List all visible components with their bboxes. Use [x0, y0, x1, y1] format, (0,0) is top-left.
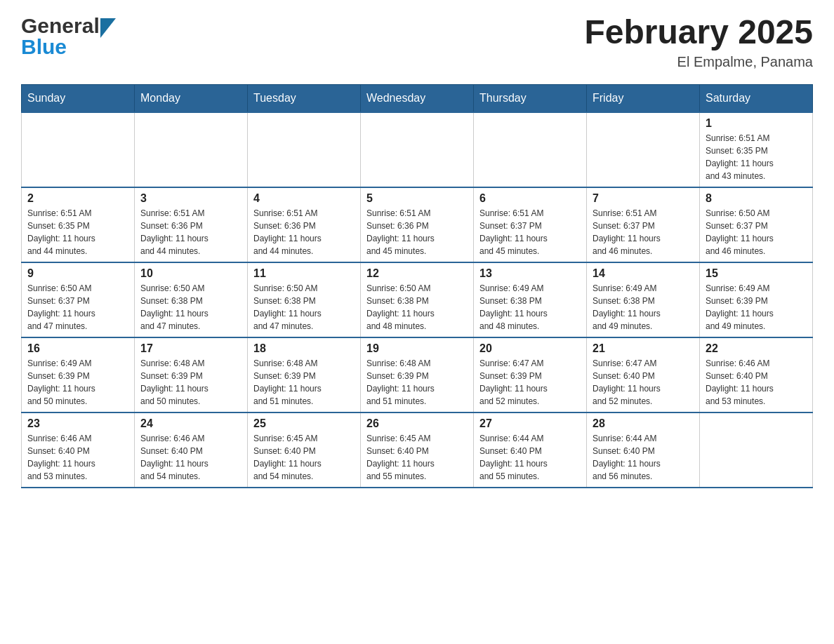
day-info: Sunrise: 6:50 AM Sunset: 6:37 PM Dayligh… — [706, 207, 807, 257]
calendar-day-cell: 20Sunrise: 6:47 AM Sunset: 6:39 PM Dayli… — [474, 337, 587, 412]
day-number: 2 — [27, 192, 128, 205]
logo: General Blue — [21, 14, 116, 58]
day-info: Sunrise: 6:45 AM Sunset: 6:40 PM Dayligh… — [253, 432, 355, 483]
day-number: 27 — [479, 417, 581, 430]
svg-marker-0 — [100, 18, 116, 38]
calendar-main-title: February 2025 — [584, 14, 813, 51]
day-info: Sunrise: 6:45 AM Sunset: 6:40 PM Dayligh… — [366, 432, 468, 483]
calendar-day-cell: 27Sunrise: 6:44 AM Sunset: 6:40 PM Dayli… — [474, 412, 587, 488]
day-of-week-header: Tuesday — [248, 84, 361, 112]
calendar-week-row: 23Sunrise: 6:46 AM Sunset: 6:40 PM Dayli… — [22, 412, 813, 488]
day-number: 28 — [593, 417, 694, 430]
day-info: Sunrise: 6:49 AM Sunset: 6:38 PM Dayligh… — [593, 282, 694, 333]
day-number: 13 — [479, 267, 581, 280]
page-header: General Blue February 2025 El Empalme, P… — [21, 14, 813, 70]
day-info: Sunrise: 6:51 AM Sunset: 6:36 PM Dayligh… — [140, 207, 241, 257]
day-info: Sunrise: 6:50 AM Sunset: 6:38 PM Dayligh… — [140, 282, 241, 333]
day-number: 12 — [366, 267, 468, 280]
day-info: Sunrise: 6:47 AM Sunset: 6:40 PM Dayligh… — [593, 357, 694, 408]
calendar-week-row: 9Sunrise: 6:50 AM Sunset: 6:37 PM Daylig… — [22, 262, 813, 337]
day-of-week-header: Saturday — [700, 84, 813, 112]
calendar-day-cell — [361, 112, 474, 187]
calendar-day-cell: 19Sunrise: 6:48 AM Sunset: 6:39 PM Dayli… — [361, 337, 474, 412]
day-info: Sunrise: 6:51 AM Sunset: 6:37 PM Dayligh… — [593, 207, 694, 257]
calendar-day-cell — [22, 112, 135, 187]
calendar-subtitle: El Empalme, Panama — [584, 54, 813, 70]
calendar-day-cell: 3Sunrise: 6:51 AM Sunset: 6:36 PM Daylig… — [135, 187, 248, 262]
calendar-day-cell: 11Sunrise: 6:50 AM Sunset: 6:38 PM Dayli… — [248, 262, 361, 337]
day-info: Sunrise: 6:50 AM Sunset: 6:38 PM Dayligh… — [253, 282, 355, 333]
calendar-day-cell: 7Sunrise: 6:51 AM Sunset: 6:37 PM Daylig… — [587, 187, 700, 262]
day-number: 19 — [366, 342, 468, 355]
logo-general-text: General — [21, 14, 100, 38]
calendar-day-cell: 18Sunrise: 6:48 AM Sunset: 6:39 PM Dayli… — [248, 337, 361, 412]
day-info: Sunrise: 6:49 AM Sunset: 6:39 PM Dayligh… — [706, 282, 807, 333]
day-number: 21 — [593, 342, 694, 355]
day-info: Sunrise: 6:48 AM Sunset: 6:39 PM Dayligh… — [140, 357, 241, 408]
calendar-day-cell: 14Sunrise: 6:49 AM Sunset: 6:38 PM Dayli… — [587, 262, 700, 337]
day-info: Sunrise: 6:49 AM Sunset: 6:38 PM Dayligh… — [479, 282, 581, 333]
calendar-day-cell: 6Sunrise: 6:51 AM Sunset: 6:37 PM Daylig… — [474, 187, 587, 262]
calendar-day-cell — [474, 112, 587, 187]
calendar-day-cell: 12Sunrise: 6:50 AM Sunset: 6:38 PM Dayli… — [361, 262, 474, 337]
calendar-day-cell: 17Sunrise: 6:48 AM Sunset: 6:39 PM Dayli… — [135, 337, 248, 412]
day-number: 11 — [253, 267, 355, 280]
calendar-day-cell: 2Sunrise: 6:51 AM Sunset: 6:35 PM Daylig… — [22, 187, 135, 262]
day-number: 10 — [140, 267, 241, 280]
day-number: 17 — [140, 342, 241, 355]
day-info: Sunrise: 6:50 AM Sunset: 6:37 PM Dayligh… — [27, 282, 128, 333]
calendar-day-cell — [135, 112, 248, 187]
day-number: 18 — [253, 342, 355, 355]
day-number: 4 — [253, 192, 355, 205]
calendar-week-row: 2Sunrise: 6:51 AM Sunset: 6:35 PM Daylig… — [22, 187, 813, 262]
calendar-day-cell: 25Sunrise: 6:45 AM Sunset: 6:40 PM Dayli… — [248, 412, 361, 488]
calendar-header-row: SundayMondayTuesdayWednesdayThursdayFrid… — [22, 84, 813, 112]
day-info: Sunrise: 6:46 AM Sunset: 6:40 PM Dayligh… — [706, 357, 807, 408]
day-number: 3 — [140, 192, 241, 205]
calendar-day-cell: 21Sunrise: 6:47 AM Sunset: 6:40 PM Dayli… — [587, 337, 700, 412]
day-number: 15 — [706, 267, 807, 280]
day-info: Sunrise: 6:44 AM Sunset: 6:40 PM Dayligh… — [479, 432, 581, 483]
day-number: 25 — [253, 417, 355, 430]
calendar-title-section: February 2025 El Empalme, Panama — [584, 14, 813, 70]
day-of-week-header: Sunday — [22, 84, 135, 112]
calendar-day-cell: 8Sunrise: 6:50 AM Sunset: 6:37 PM Daylig… — [700, 187, 813, 262]
day-info: Sunrise: 6:51 AM Sunset: 6:36 PM Dayligh… — [253, 207, 355, 257]
day-number: 24 — [140, 417, 241, 430]
day-number: 23 — [27, 417, 128, 430]
logo-blue-text: Blue — [21, 36, 67, 58]
day-of-week-header: Wednesday — [361, 84, 474, 112]
day-number: 22 — [706, 342, 807, 355]
day-info: Sunrise: 6:51 AM Sunset: 6:37 PM Dayligh… — [479, 207, 581, 257]
day-info: Sunrise: 6:46 AM Sunset: 6:40 PM Dayligh… — [27, 432, 128, 483]
day-of-week-header: Monday — [135, 84, 248, 112]
day-info: Sunrise: 6:47 AM Sunset: 6:39 PM Dayligh… — [479, 357, 581, 408]
calendar-day-cell: 15Sunrise: 6:49 AM Sunset: 6:39 PM Dayli… — [700, 262, 813, 337]
calendar-day-cell: 9Sunrise: 6:50 AM Sunset: 6:37 PM Daylig… — [22, 262, 135, 337]
calendar-day-cell: 4Sunrise: 6:51 AM Sunset: 6:36 PM Daylig… — [248, 187, 361, 262]
calendar-day-cell: 23Sunrise: 6:46 AM Sunset: 6:40 PM Dayli… — [22, 412, 135, 488]
logo-triangle-icon — [100, 18, 116, 38]
day-number: 6 — [479, 192, 581, 205]
day-number: 20 — [479, 342, 581, 355]
day-number: 5 — [366, 192, 468, 205]
day-info: Sunrise: 6:48 AM Sunset: 6:39 PM Dayligh… — [253, 357, 355, 408]
day-info: Sunrise: 6:51 AM Sunset: 6:36 PM Dayligh… — [366, 207, 468, 257]
calendar-day-cell: 13Sunrise: 6:49 AM Sunset: 6:38 PM Dayli… — [474, 262, 587, 337]
day-number: 8 — [706, 192, 807, 205]
calendar-day-cell: 26Sunrise: 6:45 AM Sunset: 6:40 PM Dayli… — [361, 412, 474, 488]
calendar-day-cell — [248, 112, 361, 187]
calendar-day-cell — [587, 112, 700, 187]
day-number: 7 — [593, 192, 694, 205]
day-of-week-header: Friday — [587, 84, 700, 112]
calendar-day-cell — [700, 412, 813, 488]
day-number: 26 — [366, 417, 468, 430]
calendar-day-cell: 28Sunrise: 6:44 AM Sunset: 6:40 PM Dayli… — [587, 412, 700, 488]
day-number: 14 — [593, 267, 694, 280]
calendar-table: SundayMondayTuesdayWednesdayThursdayFrid… — [21, 84, 813, 488]
day-info: Sunrise: 6:44 AM Sunset: 6:40 PM Dayligh… — [593, 432, 694, 483]
calendar-day-cell: 24Sunrise: 6:46 AM Sunset: 6:40 PM Dayli… — [135, 412, 248, 488]
day-info: Sunrise: 6:50 AM Sunset: 6:38 PM Dayligh… — [366, 282, 468, 333]
day-info: Sunrise: 6:48 AM Sunset: 6:39 PM Dayligh… — [366, 357, 468, 408]
calendar-day-cell: 1Sunrise: 6:51 AM Sunset: 6:35 PM Daylig… — [700, 112, 813, 187]
